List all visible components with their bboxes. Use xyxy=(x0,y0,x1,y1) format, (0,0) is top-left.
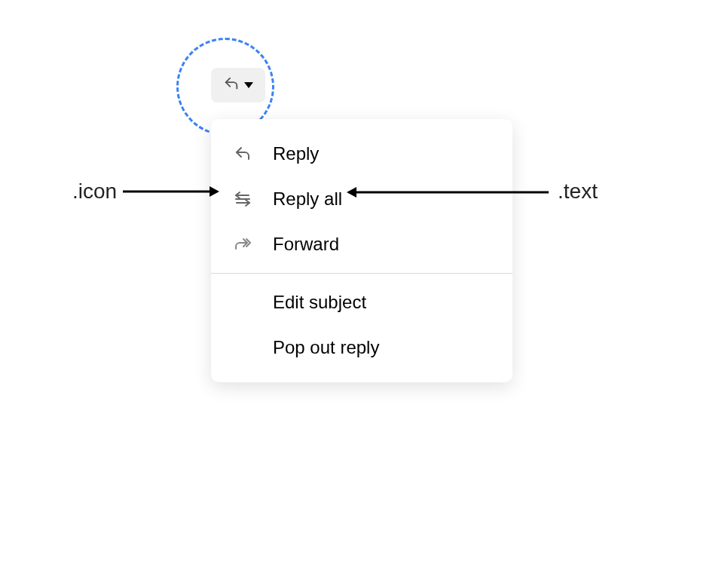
menu-item-label: Edit subject xyxy=(273,292,366,313)
menu-item-label: Pop out reply xyxy=(273,337,379,358)
chevron-down-icon xyxy=(244,82,253,88)
forward-icon xyxy=(232,234,253,255)
menu-item-label: Reply all xyxy=(273,188,342,210)
reply-options-menu: Reply Reply all xyxy=(211,119,512,382)
annotation-icon-label: .icon xyxy=(72,179,117,204)
reply-icon xyxy=(232,143,253,164)
menu-item-reply[interactable]: Reply xyxy=(211,131,512,176)
menu-item-label: Forward xyxy=(273,234,339,255)
menu-item-edit-subject[interactable]: Edit subject xyxy=(211,280,512,325)
arrow-left-icon xyxy=(345,185,549,200)
annotation-icon: .icon xyxy=(72,179,221,204)
annotation-text: .text xyxy=(558,179,598,204)
menu-item-label: Reply xyxy=(273,143,319,164)
annotation-text-label: .text xyxy=(558,179,598,204)
reply-all-icon xyxy=(232,188,253,210)
svg-marker-6 xyxy=(347,187,356,198)
menu-item-forward[interactable]: Forward xyxy=(211,222,512,267)
arrow-right-icon xyxy=(123,184,221,199)
menu-divider xyxy=(211,273,512,274)
reply-icon xyxy=(223,75,240,95)
reply-dropdown-button[interactable] xyxy=(211,68,265,103)
svg-marker-4 xyxy=(210,186,219,197)
menu-item-pop-out-reply[interactable]: Pop out reply xyxy=(211,325,512,370)
